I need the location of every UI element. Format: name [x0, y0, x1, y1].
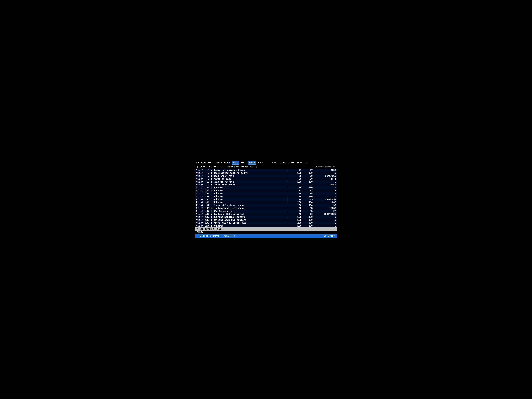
att-sep: : — [211, 204, 214, 207]
att-val2: 100 — [302, 195, 313, 198]
att-val3: 22 — [313, 210, 337, 213]
att-prefix: Att # — [196, 201, 203, 204]
att-val3: 0 — [313, 180, 337, 183]
att-val3: 15060 — [313, 207, 337, 210]
att-sep: : — [211, 195, 214, 198]
att-val2: 100 — [302, 186, 313, 189]
att-val1: 99 — [291, 177, 302, 180]
att-prefix: Att # — [196, 192, 203, 195]
att-colon: : — [286, 177, 291, 180]
att-colon: : — [286, 198, 291, 201]
att-label: Att # 12 : Start/stop count — [195, 183, 286, 186]
att-val2: 100 — [302, 224, 313, 227]
log-bar: ■ Log saved to file: — [195, 227, 337, 231]
att-val3: 0 — [313, 224, 337, 227]
att-val1: 63 — [291, 189, 302, 192]
att-prefix: Att # — [196, 204, 203, 207]
att-prefix: Att # — [196, 225, 203, 227]
att-val1: 97 — [291, 169, 302, 172]
att-val1: 100 — [291, 172, 302, 175]
att-val2: 45 — [302, 198, 313, 201]
att-name: Unknown — [214, 186, 223, 189]
att-prefix: Att # — [196, 175, 203, 177]
att-prefix: Att # — [196, 222, 203, 224]
att-val1: 100 — [291, 224, 302, 227]
att-val2: 98 — [302, 192, 313, 195]
att-val1: 97 — [291, 183, 302, 186]
att-sep: : — [211, 181, 214, 183]
att-sep: : — [211, 178, 214, 180]
att-val3: 86417510 — [313, 175, 337, 177]
table-row: Att # 194 : HDA Temperature : 22 55 22 — [195, 210, 337, 213]
att-num: 188 — [204, 192, 209, 195]
att-name: Unknown — [214, 192, 223, 195]
att-label: Att # 254 : Unknown — [195, 224, 286, 227]
att-num: 195 — [204, 213, 209, 215]
att-num: 254 — [204, 225, 209, 227]
att-val2: 55 — [302, 210, 313, 213]
table-row: Att # 187 : Unknown : 63 63 37 — [195, 189, 337, 192]
att-colon: : — [286, 183, 291, 186]
log-text: ■ Log saved to file: — [196, 228, 224, 230]
att-label: Att # 5 : Reallocated sectors count — [195, 172, 286, 175]
att-val3: 0 — [313, 172, 337, 175]
att-sep: : — [211, 175, 214, 177]
att-colon: : — [286, 210, 291, 213]
att-label: Att # 191 : Unknown — [195, 201, 286, 204]
table-row: Att # 7 : Seek error rate : 79 60 864175… — [195, 175, 337, 177]
cmd-bar[interactable]: MHDD>_ — [195, 231, 337, 234]
status-bar: ! Select a drive : <SHIFT+F3> ! 23:07:17 — [195, 234, 337, 238]
att-label: Att # 184 : Unknown — [195, 186, 286, 189]
att-val1: 100 — [291, 219, 302, 222]
att-val3: 220378955 — [313, 213, 337, 216]
att-prefix: Att # — [196, 198, 203, 201]
att-num: 192 — [204, 204, 209, 207]
att-label: Att # 194 : HDA Temperature — [195, 210, 286, 213]
table-row: Att # 190 : Unknown : 78 45 370409494 — [195, 198, 337, 201]
att-label: Att # 9 : Power-on time — [195, 177, 286, 180]
att-colon: : — [286, 186, 291, 189]
att-name: Unknown — [214, 195, 223, 198]
att-colon: : — [286, 189, 291, 192]
reg-wrft: WRFT — [240, 161, 247, 165]
att-name: Load/unload cycle count — [214, 207, 245, 210]
att-sep: : — [211, 219, 214, 221]
table-row: Att # 193 : Load/unload cycle count : 93… — [195, 207, 337, 210]
att-name: Reallocated sectors count — [214, 172, 248, 174]
att-num: 189 — [204, 195, 209, 198]
att-prefix: Att # — [196, 172, 203, 174]
reg-corr: CORR — [215, 161, 222, 165]
att-colon: : — [286, 213, 291, 216]
table-row: Att # 195 : Hardware ECC recovered : 49 … — [195, 213, 337, 216]
att-num: 4 — [204, 169, 209, 171]
attributes-table: Att # 4 : Number of spin-up times : 97 9… — [195, 169, 337, 227]
att-name: Unknown — [214, 225, 223, 227]
att-colon: : — [286, 216, 291, 219]
att-val3: 1671 — [313, 177, 337, 180]
att-label: Att # 193 : Load/unload cycle count — [195, 207, 286, 210]
drive-params-bar: [ Drive parameters – PRESS F2 to DETECT … — [195, 165, 337, 169]
att-val2: 99 — [302, 177, 313, 180]
att-sep: : — [211, 169, 214, 171]
att-colon: : — [286, 169, 291, 172]
att-label: Att # 195 : Hardware ECC recovered — [195, 213, 286, 216]
reg-err: ERR — [201, 161, 206, 165]
att-val1: 100 — [291, 204, 302, 207]
att-num: 5 — [204, 172, 209, 174]
status-right: ! 23:07:17 — [321, 235, 335, 237]
att-num: 197 — [204, 216, 209, 218]
cmd-text: MHDD>_ — [196, 231, 205, 234]
table-row: Att # 197 : Current pending sectors : 10… — [195, 216, 337, 219]
att-num: 190 — [204, 198, 209, 201]
reg-drsc: DRSC — [232, 161, 239, 165]
att-sep: : — [211, 216, 214, 218]
table-row: Att # 5 : Reallocated sectors count : 10… — [195, 172, 337, 175]
att-name: Offline scan UNC sectors — [214, 219, 247, 221]
att-colon: : — [286, 172, 291, 175]
att-val2: 100 — [302, 180, 313, 183]
att-val2: 97 — [302, 169, 313, 172]
att-val3: 0 — [313, 186, 337, 189]
table-row: Att # 198 : Offline scan UNC sectors : 1… — [195, 219, 337, 222]
att-val2: 36 — [302, 213, 313, 216]
att-sep: : — [211, 207, 214, 210]
